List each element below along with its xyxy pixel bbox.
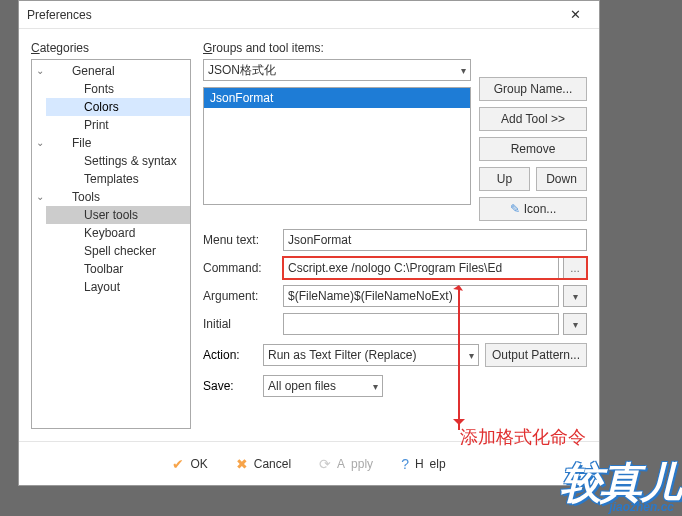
argument-input[interactable]: $(FileName)$(FileNameNoExt) — [283, 285, 559, 307]
wand-icon: ✎ — [510, 202, 520, 216]
add-tool-button[interactable]: Add Tool >> — [479, 107, 587, 131]
menu-text-label: Menu text: — [203, 233, 277, 247]
help-button[interactable]: ?Help — [401, 456, 445, 472]
command-group: Cscript.exe /nologo C:\Program Files\Ed … — [283, 257, 587, 279]
argument-group: $(FileName)$(FileNameNoExt) ▾ — [283, 285, 587, 307]
tree-item[interactable]: Print — [46, 116, 190, 134]
tree-item[interactable]: Toolbar — [46, 260, 190, 278]
check-icon: ✔ — [172, 456, 184, 472]
categories-pane: Categories ⌄GeneralFontsColorsPrint⌄File… — [31, 41, 191, 429]
save-label: Save: — [203, 379, 257, 393]
cancel-icon: ✖ — [236, 456, 248, 472]
group-combo[interactable]: JSON格式化 ▾ — [203, 59, 471, 81]
tool-form: Menu text: JsonFormat Command: Cscript.e… — [203, 229, 587, 335]
close-icon[interactable]: ✕ — [559, 7, 591, 22]
window-title: Preferences — [27, 8, 559, 22]
group-buttons: Group Name... Add Tool >> Remove Up Down… — [479, 77, 587, 221]
titlebar: Preferences ✕ — [19, 1, 599, 29]
tree-item[interactable]: User tools — [46, 206, 190, 224]
up-button[interactable]: Up — [479, 167, 530, 191]
preferences-window: Preferences ✕ Categories ⌄GeneralFontsCo… — [18, 0, 600, 486]
cancel-button[interactable]: ✖Cancel — [236, 456, 291, 472]
group-name-button[interactable]: Group Name... — [479, 77, 587, 101]
right-pane: Groups and tool items: JSON格式化 ▾ JsonFor… — [203, 41, 587, 429]
action-dropdown[interactable]: Run as Text Filter (Replace) ▾ — [263, 344, 479, 366]
command-input[interactable]: Cscript.exe /nologo C:\Program Files\Ed — [283, 257, 559, 279]
tree-branch[interactable]: Tools — [46, 188, 190, 206]
chevron-down-icon: ▾ — [461, 65, 466, 76]
tree-item[interactable]: Fonts — [46, 80, 190, 98]
output-pattern-button[interactable]: Output Pattern... — [485, 343, 587, 367]
tree-expander-icon[interactable]: ⌄ — [36, 191, 44, 202]
group-combo-value: JSON格式化 — [208, 62, 276, 79]
tree-item[interactable]: Keyboard — [46, 224, 190, 242]
action-row: Action: Run as Text Filter (Replace) ▾ O… — [203, 343, 587, 367]
menu-text-input[interactable]: JsonFormat — [283, 229, 587, 251]
action-label: Action: — [203, 348, 257, 362]
ok-button[interactable]: ✔OK — [172, 456, 207, 472]
groups-row: JSON格式化 ▾ JsonFormat Group Name... Add T… — [203, 59, 587, 221]
groups-left: JSON格式化 ▾ JsonFormat — [203, 59, 471, 205]
tool-listbox[interactable]: JsonFormat — [203, 87, 471, 205]
bottom-bar: ✔OK ✖Cancel ⟳Apply ?Help — [19, 441, 599, 485]
groups-label: Groups and tool items: — [203, 41, 587, 55]
down-button[interactable]: Down — [536, 167, 587, 191]
icon-button[interactable]: ✎Icon... — [479, 197, 587, 221]
list-item[interactable]: JsonFormat — [204, 88, 470, 108]
categories-tree[interactable]: ⌄GeneralFontsColorsPrint⌄FileSettings & … — [31, 59, 191, 429]
tree-item[interactable]: Templates — [46, 170, 190, 188]
apply-button[interactable]: ⟳Apply — [319, 456, 373, 472]
chevron-down-icon: ▾ — [469, 350, 474, 361]
watermark-py: jiaozhen.cc — [560, 500, 680, 514]
tree-item[interactable]: Layout — [46, 278, 190, 296]
initial-input[interactable] — [283, 313, 559, 335]
tree-item[interactable]: Settings & syntax — [46, 152, 190, 170]
tree-branch[interactable]: General — [46, 62, 190, 80]
save-row: Save: All open files ▾ — [203, 375, 587, 397]
apply-icon: ⟳ — [319, 456, 331, 472]
tree-expander-icon[interactable]: ⌄ — [36, 65, 44, 76]
argument-menu-button[interactable]: ▾ — [563, 285, 587, 307]
initial-label: Initial — [203, 317, 277, 331]
tree-item[interactable]: Colors — [46, 98, 190, 116]
tree-branch[interactable]: File — [46, 134, 190, 152]
tree-item[interactable]: Spell checker — [46, 242, 190, 260]
content-area: Categories ⌄GeneralFontsColorsPrint⌄File… — [19, 29, 599, 441]
chevron-down-icon: ▾ — [373, 381, 378, 392]
command-browse-button[interactable]: … — [563, 257, 587, 279]
categories-label: Categories — [31, 41, 191, 55]
argument-label: Argument: — [203, 289, 277, 303]
remove-button[interactable]: Remove — [479, 137, 587, 161]
initial-group: ▾ — [283, 313, 587, 335]
save-value: All open files — [268, 379, 336, 393]
tree-expander-icon[interactable]: ⌄ — [36, 137, 44, 148]
command-label: Command: — [203, 261, 277, 275]
action-value: Run as Text Filter (Replace) — [268, 348, 417, 362]
initial-menu-button[interactable]: ▾ — [563, 313, 587, 335]
save-dropdown[interactable]: All open files ▾ — [263, 375, 383, 397]
help-icon: ? — [401, 456, 409, 472]
